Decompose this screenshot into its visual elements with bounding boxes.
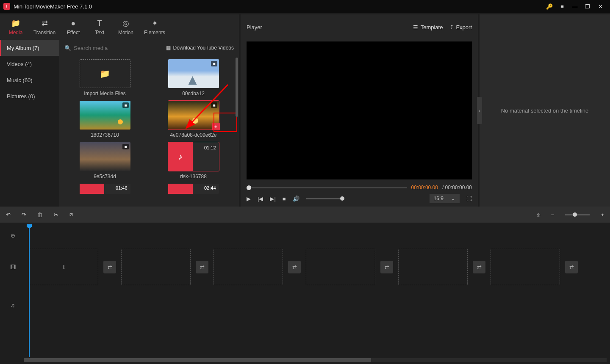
download-youtube-link[interactable]: ▦ Download YouTube Videos [166,45,234,51]
seek-bar[interactable] [247,187,407,188]
media-thumb: ■ + [168,101,219,130]
undo-button[interactable]: ↶ [6,212,11,218]
export-button[interactable]: ⤴Export [450,24,472,30]
transition-icon: ⇄ [42,19,48,28]
app-icon: ! [3,3,10,10]
add-to-timeline-button[interactable]: + [212,123,220,130]
maximize-button[interactable]: ❐ [581,0,594,13]
zoom-handle[interactable] [573,212,577,217]
transition-slot[interactable]: ⇄ [103,261,116,273]
clip-slot[interactable] [398,249,468,285]
import-media-button[interactable]: 📁 Import Media Files [64,59,145,97]
activate-key-icon[interactable]: 🔑 [543,0,556,13]
player-title: Player [247,24,262,30]
media-thumb: ■ [80,101,130,130]
clip-slot[interactable]: ⬇ [29,249,98,285]
tab-effect[interactable]: ●Effect [60,14,86,40]
player-controls: ▶ |◀ ▶| ■ 🔊 16:9⌄ ⛶ [241,190,478,207]
video-badge-icon: ■ [211,102,217,108]
media-thumb: 01:46 [80,184,130,194]
timeline-main[interactable]: ⬇ ⇄ ⇄ ⇄ ⇄ ⇄ ⇄ [25,223,610,364]
search-input[interactable] [74,45,150,51]
media-item-selected[interactable]: ■ + 4e078a08-dc09e62e [153,101,234,138]
video-badge-icon: ■ [122,144,128,149]
clip-slot[interactable] [121,249,191,285]
main-tabs: 📁Media ⇄Transition ●Effect TText ◎Motion… [0,14,239,40]
media-item[interactable]: ■ 1802736710 [64,101,145,138]
transition-slot[interactable]: ⇄ [196,261,208,273]
volume-handle[interactable] [340,196,344,201]
video-badge-icon: ■ [122,102,128,108]
sidebar-item-videos[interactable]: Videos (4) [0,56,59,72]
collapse-panel-button[interactable]: › [477,97,482,124]
prev-frame-button[interactable]: |◀ [258,196,263,202]
app-menu-icon[interactable]: ≡ [556,0,568,13]
youtube-icon: ▦ [166,45,171,51]
transition-slot[interactable]: ⇄ [380,261,393,273]
tab-elements[interactable]: ✦Elements [139,14,170,40]
close-button[interactable]: ✕ [594,0,607,13]
video-canvas[interactable] [247,41,472,179]
main-row: 📁Media ⇄Transition ●Effect TText ◎Motion… [0,13,610,207]
template-icon: ☰ [413,24,418,30]
next-frame-button[interactable]: ▶| [270,196,275,202]
aspect-ratio-select[interactable]: 16:9⌄ [430,194,460,203]
clip-slot[interactable] [491,249,560,285]
tab-motion[interactable]: ◎Motion [113,14,139,40]
sidebar-item-myalbum[interactable]: My Album (7) [0,40,59,56]
tab-text[interactable]: TText [86,14,113,40]
volume-slider[interactable] [306,198,344,199]
add-track-button[interactable]: ⊕ [0,223,25,248]
playhead[interactable] [29,226,30,357]
template-button[interactable]: ☰Template [413,24,443,30]
cut-button[interactable]: ✂ [54,212,58,218]
clip-slot[interactable] [306,249,375,285]
clip-slot[interactable] [214,249,283,285]
video-badge-icon: ■ [211,61,217,66]
time-total: / 00:00:00.00 [442,185,472,190]
seek-handle[interactable] [247,185,251,190]
video-track[interactable]: ⬇ ⇄ ⇄ ⇄ ⇄ ⇄ ⇄ [25,248,610,286]
media-thumb: ♪ 01:12 [168,142,219,171]
zoom-slider[interactable] [565,214,590,215]
dropzone-icon: ⬇ [61,264,66,270]
progress-row: 00:00:00.00 / 00:00:00.00 [241,181,478,190]
zoom-out-button[interactable]: − [551,212,555,218]
minimize-button[interactable]: — [568,0,581,13]
play-button[interactable]: ▶ [247,196,251,202]
redo-button[interactable]: ↷ [22,212,26,218]
timeline-hscrollbar[interactable] [24,358,607,362]
snap-button[interactable]: ⎋ [537,212,540,218]
timeline-ruler[interactable] [25,223,610,248]
media-item[interactable]: ■ 9e5c73dd [64,142,145,179]
sidebar-item-music[interactable]: Music (60) [0,72,59,88]
media-item-music[interactable]: ♪ 01:12 risk-136788 [153,142,234,179]
stop-button[interactable]: ■ [283,196,286,202]
media-item-music[interactable]: 02:44 [153,184,234,194]
media-grid: 📁 Import Media Files ■ 00cdba12 [59,56,239,197]
transition-slot[interactable]: ⇄ [473,261,485,273]
media-thumb: 02:44 [168,184,219,194]
folder-icon: 📁 [11,19,20,28]
audio-track[interactable] [25,286,610,324]
zoom-in-button[interactable]: + [601,212,604,218]
media-item[interactable]: ■ 00cdba12 [153,59,234,97]
media-item-music[interactable]: 01:46 [64,184,145,194]
motion-icon: ◎ [122,19,129,28]
tab-transition[interactable]: ⇄Transition [29,14,60,40]
media-grid-wrap: 📁 Import Media Files ■ 00cdba12 [59,56,239,207]
delete-button[interactable]: 🗑 [37,212,43,218]
panel-body: My Album (7) Videos (4) Music (60) Pictu… [0,40,239,207]
crop-button[interactable]: ⧄ [69,211,73,218]
tab-media[interactable]: 📁Media [3,14,29,40]
fullscreen-button[interactable]: ⛶ [466,196,472,202]
transition-slot[interactable]: ⇄ [565,261,578,273]
volume-icon[interactable]: 🔊 [293,196,299,202]
transition-slot[interactable]: ⇄ [288,261,301,273]
media-scrollbar[interactable] [236,58,238,205]
properties-panel: › No material selected on the timeline [480,14,610,207]
sidebar-item-pictures[interactable]: Pictures (0) [0,88,59,104]
audio-track-icon: ♫ [0,286,25,324]
title-bar: ! MiniTool MovieMaker Free 7.1.0 🔑 ≡ — ❐… [0,0,610,13]
media-sidebar: My Album (7) Videos (4) Music (60) Pictu… [0,40,59,207]
